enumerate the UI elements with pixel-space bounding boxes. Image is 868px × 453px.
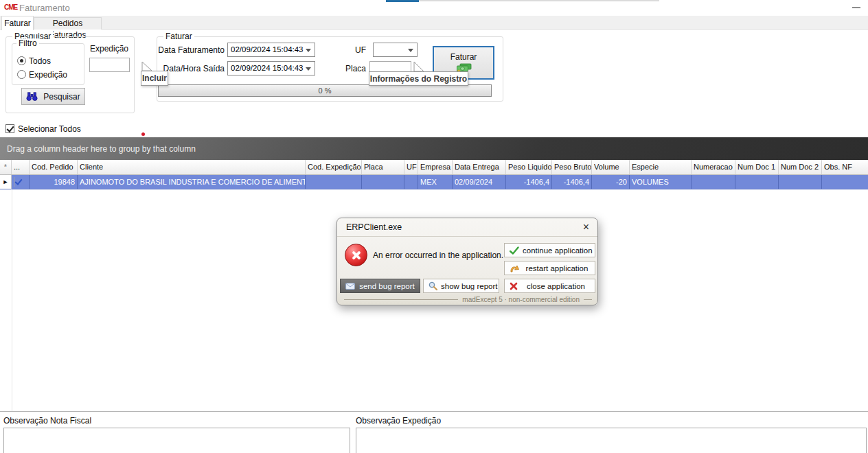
column-header-volume[interactable]: Volume	[592, 160, 630, 174]
search-button[interactable]: Pesquisar	[21, 88, 85, 105]
column-header-peso-bruto[interactable]: Peso Bruto	[552, 160, 592, 174]
cell-placa	[362, 175, 404, 189]
column-header-uf[interactable]: UF	[404, 160, 418, 174]
close-icon[interactable]: ×	[583, 220, 589, 234]
column-header-cliente[interactable]: Cliente	[78, 160, 306, 174]
radio-todos-label: Todos	[29, 56, 51, 66]
cell-peso-bruto: -1406,4	[552, 175, 592, 189]
select-all-checkbox[interactable]	[5, 124, 14, 133]
continue-application-button[interactable]: continue application	[504, 243, 595, 257]
column-header-peso-liquido[interactable]: Peso Liquido	[506, 160, 552, 174]
incluir-tooltip: Incluir	[141, 71, 168, 86]
tab-faturar[interactable]: Faturar	[1, 16, 34, 30]
column-header-empresa[interactable]: Empresa	[418, 160, 453, 174]
cell-volume: -20	[592, 175, 630, 189]
cell-empresa: MEX	[418, 175, 453, 189]
filter-legend: Filtro	[16, 38, 39, 48]
binoculars-icon	[26, 92, 38, 101]
dropdown-arrow-icon	[408, 49, 413, 52]
faturamento-window: CME Faturamento Faturar Pedidos Faturado…	[0, 0, 868, 453]
restart-application-label: restart application	[523, 264, 595, 272]
row-checkbox[interactable]	[14, 177, 15, 187]
cell-data-entrega: 02/09/2024	[453, 175, 506, 189]
tab-pedidos-faturados[interactable]: Pedidos Faturados	[34, 17, 102, 30]
close-x-icon	[510, 282, 518, 290]
cell-cod-expedicao	[306, 175, 362, 189]
data-faturamento-label: Data Faturamento	[158, 45, 225, 55]
column-header-numeracao[interactable]: Numeracao	[692, 160, 735, 174]
column-header-checkbox[interactable]: ...	[12, 160, 30, 174]
cell-obs-nf	[822, 175, 868, 189]
column-header-num-doc-2[interactable]: Num Doc 2	[779, 160, 822, 174]
select-all-label: Selecionar Todos	[18, 124, 81, 134]
send-bug-report-button[interactable]: send bug report	[340, 279, 420, 293]
info-registro-tooltip: Informações do Registro	[369, 71, 468, 86]
top-edge-line	[419, 0, 659, 1]
search-button-label: Pesquisar	[43, 92, 80, 102]
incluir-tooltip-pointer	[141, 62, 153, 71]
data-faturamento-combo[interactable]: 02/09/2024 15:04:43	[227, 43, 315, 57]
madexcept-caption: madExcept 5 · non-commercial edition	[462, 296, 580, 303]
column-header-especie[interactable]: Especie	[630, 160, 692, 174]
close-application-label: close application	[521, 282, 595, 290]
table-row[interactable]: ► 19848 AJINOMOTO DO BRASIL INDUSTRIA E …	[0, 175, 868, 189]
error-dialog: ERPClient.exe × An error occurred in the…	[336, 218, 598, 305]
error-message: An error occurred in the application.	[373, 251, 503, 260]
radio-expedicao[interactable]	[17, 70, 26, 79]
footer-line	[584, 299, 592, 300]
uf-combo[interactable]	[373, 43, 418, 57]
grid-indicator-column-line	[12, 189, 12, 411]
column-header-indicator[interactable]: *	[0, 160, 12, 174]
column-header-data-entrega[interactable]: Data Entrega	[453, 160, 506, 174]
column-header-num-doc-1[interactable]: Num Doc 1	[735, 160, 779, 174]
obs-expedicao-label: Observação Expedição	[356, 416, 441, 426]
billing-group-legend: Faturar	[163, 32, 194, 41]
row-indicator-icon: ►	[0, 175, 12, 189]
top-accent-bar	[386, 0, 419, 2]
obs-expedicao-textarea[interactable]	[356, 428, 867, 453]
data-faturamento-value: 02/09/2024 15:04:43	[231, 45, 304, 54]
radio-todos[interactable]	[17, 56, 26, 65]
expedicao-input[interactable]	[89, 58, 130, 72]
show-bug-report-button[interactable]: show bug report	[423, 279, 499, 293]
column-header-placa[interactable]: Placa	[362, 160, 404, 174]
footer-line	[344, 299, 458, 300]
cell-numeracao	[692, 175, 735, 189]
cell-num-doc-2	[779, 175, 822, 189]
faturar-button-label: Faturar	[434, 52, 493, 62]
billing-progressbar: 0 %	[158, 84, 492, 97]
dropdown-arrow-icon	[306, 49, 311, 52]
restart-application-button[interactable]: restart application	[504, 261, 595, 275]
minimize-icon[interactable]	[852, 7, 860, 8]
radio-expedicao-label: Expedição	[29, 70, 67, 80]
obs-nota-fiscal-textarea[interactable]	[3, 428, 350, 453]
info-registro-tooltip-pointer	[413, 62, 425, 72]
column-header-cod-pedido[interactable]: Cod. Pedido	[30, 160, 78, 174]
uf-label: UF	[341, 45, 366, 55]
envelope-icon	[345, 283, 355, 290]
send-bug-report-label: send bug report	[358, 282, 420, 290]
window-title: Faturamento	[19, 3, 70, 13]
app-logo: CME	[4, 3, 17, 11]
dialog-footer: madExcept 5 · non-commercial edition	[344, 296, 592, 303]
row-checkbox-cell[interactable]	[12, 175, 30, 189]
column-header-cod-expedicao[interactable]: Cod. Expedição	[306, 160, 362, 174]
cell-peso-liquido: -1406,4	[506, 175, 552, 189]
magnifier-icon	[429, 281, 437, 290]
check-icon	[510, 246, 519, 255]
show-bug-report-label: show bug report	[441, 282, 501, 290]
cell-especie: VOLUMES	[630, 175, 692, 189]
column-header-obs-nf[interactable]: Obs. NF	[822, 160, 868, 174]
grid-group-panel[interactable]: Drag a column header here to group by th…	[0, 137, 868, 160]
close-application-button[interactable]: close application	[504, 279, 595, 293]
cell-num-doc-1	[735, 175, 779, 189]
red-dot-marker	[141, 132, 145, 136]
data-hora-saida-combo[interactable]: 02/09/2024 15:04:43	[227, 61, 315, 76]
grid-group-panel-text: Drag a column header here to group by th…	[7, 144, 196, 154]
cell-cod-pedido: 19848	[30, 175, 78, 189]
placa-label: Placa	[336, 64, 366, 73]
cell-uf	[404, 175, 418, 189]
error-dialog-title[interactable]: ERPClient.exe	[346, 222, 402, 232]
grid-bottom-border	[0, 411, 868, 412]
grid-header-row: * ... Cod. Pedido Cliente Cod. Expedição…	[0, 160, 868, 175]
